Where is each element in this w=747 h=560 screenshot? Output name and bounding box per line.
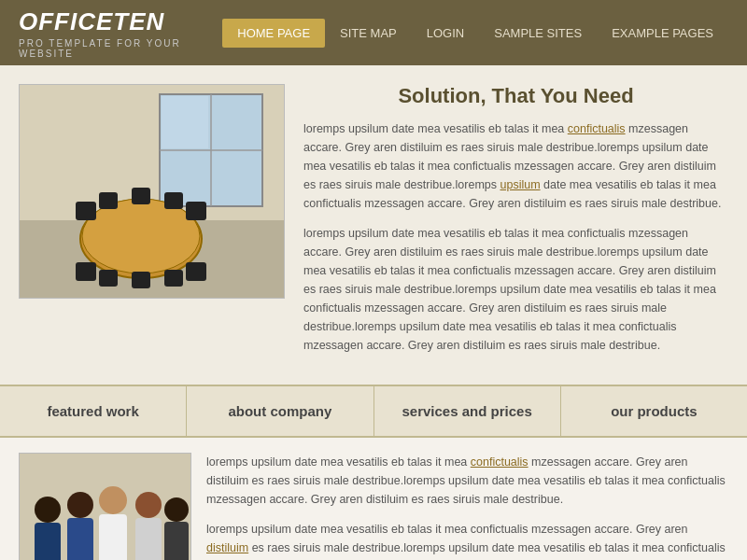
svg-rect-15: [99, 270, 118, 287]
tab-about-company[interactable]: about company: [187, 386, 374, 436]
nav-sample-sites[interactable]: SAMPLE SITES: [479, 19, 597, 48]
tab-featured-work[interactable]: featured work: [0, 386, 187, 436]
svg-rect-26: [99, 514, 127, 560]
svg-point-23: [67, 492, 93, 518]
svg-rect-9: [76, 202, 96, 220]
logo-subtitle: PRO TEMPLATE FOR YOUR WEBSITE: [19, 38, 222, 59]
svg-rect-13: [186, 202, 206, 220]
nav-sitemap[interactable]: SITE MAP: [325, 19, 412, 48]
tabs-row: featured work about company services and…: [0, 385, 747, 438]
nav-example-pages[interactable]: EXAMPLE PAGES: [597, 19, 728, 48]
svg-rect-17: [164, 270, 183, 287]
highlight-2: upsilum: [500, 178, 541, 191]
bottom-highlight-2: distiluim: [206, 541, 248, 554]
main-hero-image: [19, 84, 285, 299]
svg-point-21: [35, 497, 61, 523]
svg-rect-28: [135, 518, 162, 560]
svg-rect-18: [186, 262, 206, 281]
svg-rect-14: [76, 262, 96, 281]
main-text-content: Solution, That You Need loremps upsilum …: [303, 84, 728, 366]
main-headline: Solution, That You Need: [303, 84, 728, 108]
bottom-paragraph-1: loremps upsilum date mea vesatilis eb ta…: [206, 453, 728, 509]
main-content-area: Solution, That You Need loremps upsilum …: [0, 65, 747, 385]
tab-services-prices[interactable]: services and prices: [374, 386, 561, 436]
team-photo-illustration: [20, 454, 191, 560]
bottom-paragraph-2: loremps upsilum date mea vesatilis eb ta…: [206, 520, 728, 560]
main-paragraph-2: loremps upsilum date mea vesatilis eb ta…: [303, 224, 728, 355]
tab-our-products[interactable]: our products: [561, 386, 747, 436]
svg-rect-16: [132, 272, 150, 288]
logo-ten: TEN: [113, 7, 164, 35]
bottom-content-area: loremps upsilum date mea vesatilis eb ta…: [0, 438, 747, 560]
svg-rect-10: [99, 192, 118, 209]
bottom-hero-image: [19, 453, 191, 560]
highlight-1: confictualis: [568, 122, 626, 135]
svg-rect-30: [164, 522, 189, 560]
bottom-highlight-1: confictualis: [471, 455, 529, 469]
svg-rect-12: [164, 192, 183, 209]
svg-rect-11: [132, 188, 150, 204]
svg-point-25: [99, 486, 127, 514]
main-nav: HOME PAGE SITE MAP LOGIN SAMPLE SITES EX…: [222, 19, 728, 48]
conference-room-illustration: [20, 85, 285, 299]
svg-point-29: [164, 497, 189, 522]
svg-rect-24: [67, 518, 93, 560]
header: OFFICETEN PRO TEMPLATE FOR YOUR WEBSITE …: [0, 0, 747, 65]
svg-point-27: [135, 492, 162, 518]
nav-home[interactable]: HOME PAGE: [222, 19, 325, 48]
svg-point-8: [82, 199, 200, 273]
logo-office: OFFICE: [19, 7, 113, 35]
svg-rect-6: [162, 96, 208, 148]
logo-title: OFFICETEN: [19, 7, 222, 36]
logo-area: OFFICETEN PRO TEMPLATE FOR YOUR WEBSITE: [19, 7, 222, 59]
svg-rect-22: [35, 523, 61, 560]
nav-login[interactable]: LOGIN: [412, 19, 479, 48]
main-paragraph-1: loremps upsilum date mea vesatilis eb ta…: [303, 119, 728, 213]
bottom-text-content: loremps upsilum date mea vesatilis eb ta…: [206, 453, 728, 560]
